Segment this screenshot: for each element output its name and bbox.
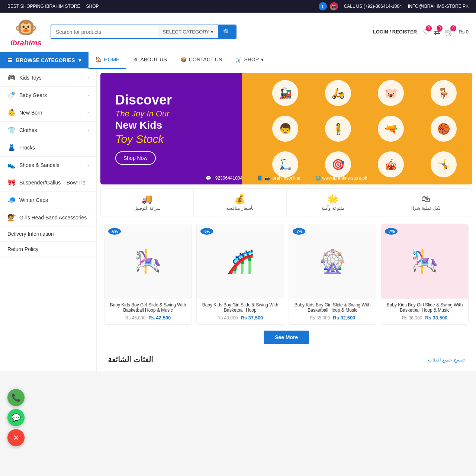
category-select[interactable]: SELECT CATEGORY ▾ bbox=[158, 25, 218, 38]
sidebar-return[interactable]: Return Policy bbox=[0, 242, 96, 257]
sidebar-item-headband[interactable]: 💇 Girls Head Band Accessories bbox=[0, 209, 96, 226]
shoes-icon: 👟 bbox=[7, 161, 16, 169]
winter-caps-icon: 🧢 bbox=[7, 196, 16, 204]
hero-footer: 💬 +92306441004 📘 📷 ibrahimsonline 🌐 www.… bbox=[100, 176, 472, 181]
nav-contact[interactable]: 📦 CONTACT US bbox=[174, 51, 229, 69]
hero-product-11: 🎪 bbox=[378, 151, 404, 177]
wishlist-badge: 0 bbox=[426, 25, 432, 31]
hero-product-3: 🐷 bbox=[378, 80, 404, 106]
chevron-down-icon: ▾ bbox=[211, 29, 213, 35]
hero-social: 📘 📷 ibrahimsonline bbox=[257, 176, 300, 181]
sidebar-item-shoes[interactable]: 👟 Shoes & Sandals › bbox=[0, 157, 96, 174]
sidebar-label-shoes: Shoes & Sandals bbox=[19, 162, 59, 168]
cart-total: Rs 0 bbox=[459, 29, 469, 35]
hero-line3: New Kids bbox=[115, 119, 242, 131]
product-prices-3: Rs 35,000 Rs 32,500 bbox=[293, 315, 372, 321]
hero-product-2: 🛵 bbox=[325, 80, 351, 106]
top-bar-right: f 📷 CALL US (+92)-306414-1004 INFO@IBRAH… bbox=[319, 2, 469, 10]
feature-variety: 🌟 متنوعة وآمنة bbox=[287, 189, 380, 216]
product-name-1: Baby Kids Boy Girl Slide & Swing With Ba… bbox=[108, 302, 188, 313]
store-name: BEST SHOPPING IBRAHIM STORE bbox=[7, 4, 80, 9]
product-badge-3: -7% bbox=[293, 228, 305, 235]
nav-home[interactable]: 🏠 HOME bbox=[89, 51, 126, 69]
product-info-1: Baby Kids Boy Girl Slide & Swing With Ba… bbox=[104, 299, 192, 324]
social-icons: f 📷 bbox=[319, 2, 338, 10]
product-card-3[interactable]: -7% 🎡 Baby Kids Boy Girl Slide & Swing W… bbox=[289, 224, 376, 325]
frocks-icon: 👗 bbox=[7, 144, 16, 152]
hero-images: 🚂 🛵 🐷 🪑 👦 🧍 🔫 🏀 🛴 🎯 🎪 🤸 bbox=[257, 73, 472, 184]
logo-icon: 🐵 bbox=[15, 17, 37, 38]
sidebar-item-suspender[interactable]: 🎀 Suspender/Gallus – Bow-Tie bbox=[0, 174, 96, 192]
logo-image: 🐵 bbox=[11, 16, 41, 39]
nav-about[interactable]: 🖥 ABOUT US bbox=[126, 51, 173, 69]
nav-bar: ☰ BROWSE CATEGORIES ▾ 🏠 HOME 🖥 ABOUT US … bbox=[0, 51, 476, 69]
sidebar-item-new-born[interactable]: 👶 New Born › bbox=[0, 104, 96, 122]
logo[interactable]: 🐵 ibrahims bbox=[7, 16, 45, 47]
sidebar-delivery[interactable]: Delivery Information bbox=[0, 226, 96, 242]
sidebar-item-kids-toys[interactable]: 🎮 Kids Toys › bbox=[0, 69, 96, 87]
product-card-4[interactable]: -7% 🎠 Baby Kids Boy Girl Slide & Swing W… bbox=[381, 224, 469, 325]
package-icon: 📦 bbox=[180, 57, 187, 62]
price-old-2: Rs 40,000 bbox=[218, 315, 238, 321]
sidebar-item-clothes[interactable]: 👕 Clothes › bbox=[0, 122, 96, 139]
instagram-icon[interactable]: 📷 bbox=[330, 2, 338, 10]
sidebar-item-frocks[interactable]: 👗 Frocks bbox=[0, 139, 96, 157]
price-icon: 💰 bbox=[234, 194, 245, 204]
wishlist-button[interactable]: ♡ 0 bbox=[423, 28, 430, 36]
search-button[interactable]: 🔍 bbox=[218, 25, 236, 38]
price-old-4: Rs 36,000 bbox=[402, 315, 422, 321]
compare-button[interactable]: ⇄ 0 bbox=[434, 28, 440, 36]
features-bar: 🚚 سرعة التوصيل 💰 بأسعار منافسة 🌟 متنوعة … bbox=[100, 188, 472, 216]
nav-shop[interactable]: 🛒 SHOP ▾ bbox=[229, 51, 270, 69]
login-button[interactable]: LOGIN / REGISTER bbox=[373, 29, 417, 35]
product-image-1: 🎠 bbox=[104, 224, 192, 299]
cart-icon: 🛒 bbox=[235, 57, 242, 62]
hero-line4: Toy Stock bbox=[115, 133, 242, 145]
sidebar-item-baby-gears[interactable]: 🍼 Baby Gears › bbox=[0, 87, 96, 104]
price-old-1: Rs 45,000 bbox=[125, 315, 146, 321]
new-born-icon: 👶 bbox=[7, 109, 16, 117]
top-bar: BEST SHOPPING IBRAHIM STORE SHOP f 📷 CAL… bbox=[0, 0, 476, 13]
product-name-4: Baby Kids Boy Girl Slide & Swing With Ba… bbox=[385, 302, 464, 313]
product-prices-2: Rs 40,000 Rs 37,500 bbox=[200, 315, 280, 321]
top-bar-left: BEST SHOPPING IBRAHIM STORE SHOP bbox=[7, 4, 99, 9]
whatsapp-icon: 💬 bbox=[206, 176, 211, 181]
hero-product-12: 🤸 bbox=[431, 151, 457, 177]
hero-text: Discover The Joy In Our New Kids Toy Sto… bbox=[100, 81, 257, 176]
product-info-2: Baby Kids Boy Girl Slide & Swing With Ba… bbox=[197, 299, 284, 324]
hero-line1: Discover bbox=[115, 93, 242, 107]
shop-link[interactable]: SHOP bbox=[86, 4, 99, 9]
see-more-button[interactable]: See More bbox=[264, 331, 309, 344]
phone-number[interactable]: CALL US (+92)-306414-1004 bbox=[344, 4, 402, 9]
facebook-icon[interactable]: f bbox=[319, 2, 327, 10]
shop-now-button[interactable]: Shop Now bbox=[115, 151, 156, 165]
nav-links: 🏠 HOME 🖥 ABOUT US 📦 CONTACT US 🛒 SHOP ▾ bbox=[89, 51, 270, 69]
hamburger-icon: ☰ bbox=[7, 57, 12, 63]
email-address[interactable]: INFO@IBRAHIMS-STORE.PK bbox=[408, 4, 469, 9]
chevron-right-icon: › bbox=[87, 75, 89, 80]
search-input[interactable] bbox=[51, 25, 158, 38]
product-card-1[interactable]: -6% 🎠 Baby Kids Boy Girl Slide & Swing W… bbox=[104, 224, 192, 325]
browse-all-link[interactable]: تصفح جميع الفئات bbox=[428, 357, 465, 363]
arabic-section: تصفح جميع الفئات الفئات الشائعة bbox=[100, 351, 472, 368]
feature-purchase: 🛍 لكل عملية شراء bbox=[379, 189, 472, 216]
price-new-2: Rs 37,500 bbox=[241, 315, 263, 321]
feature-purchase-text: لكل عملية شراء bbox=[411, 206, 441, 211]
browse-categories-button[interactable]: ☰ BROWSE CATEGORIES ▾ bbox=[0, 52, 89, 68]
suspender-icon: 🎀 bbox=[7, 178, 16, 187]
price-new-4: Rs 33,500 bbox=[425, 315, 447, 321]
feature-delivery: 🚚 سرعة التوصيل bbox=[101, 189, 194, 216]
product-image-4: 🎠 bbox=[381, 224, 468, 299]
product-card-2[interactable]: -6% 🎢 Baby Kids Boy Girl Slide & Swing W… bbox=[196, 224, 284, 325]
facebook-icon: 📘 bbox=[257, 176, 263, 181]
cart-button[interactable]: 🛒 0 bbox=[445, 28, 454, 36]
main-layout: 🎮 Kids Toys › 🍼 Baby Gears › 👶 New Born … bbox=[0, 69, 476, 372]
baby-gears-icon: 🍼 bbox=[7, 91, 16, 99]
sidebar-label-delivery: Delivery Information bbox=[7, 231, 54, 237]
sidebar-item-winter-caps[interactable]: 🧢 Winter Caps bbox=[0, 192, 96, 209]
compare-badge: 0 bbox=[437, 25, 443, 31]
sidebar-label-suspender: Suspender/Gallus – Bow-Tie bbox=[19, 180, 86, 186]
sidebar-label-new-born: New Born bbox=[19, 110, 42, 116]
price-old-3: Rs 35,000 bbox=[310, 315, 330, 321]
price-new-3: Rs 32,500 bbox=[333, 315, 355, 321]
